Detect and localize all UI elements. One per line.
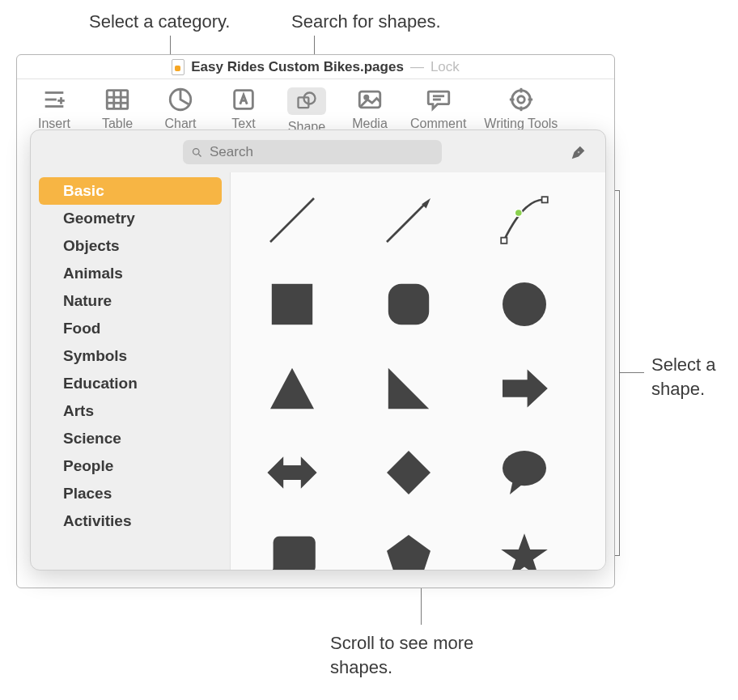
sidebar-item-nature[interactable]: Nature: [31, 287, 230, 315]
titlebar: Easy Rides Custom Bikes.pages — Lock: [17, 55, 614, 79]
writing-tools-icon: [507, 87, 535, 112]
writing-tools-button[interactable]: Writing Tools: [484, 87, 558, 131]
search-placeholder: Search: [210, 144, 253, 160]
shape-speech-bubble[interactable]: [492, 444, 557, 501]
media-icon: [356, 87, 384, 112]
sidebar-item-activities[interactable]: Activities: [31, 507, 230, 535]
shape-circle[interactable]: [492, 276, 557, 333]
shape-curve[interactable]: [492, 192, 557, 248]
svg-marker-44: [502, 533, 549, 570]
popover-header: Search: [31, 130, 605, 172]
comment-icon: [425, 87, 452, 112]
svg-rect-33: [272, 284, 312, 325]
svg-point-35: [503, 282, 546, 326]
svg-rect-5: [107, 91, 128, 109]
shape-icon: [287, 87, 326, 115]
svg-point-24: [193, 148, 200, 155]
lock-status: Lock: [430, 59, 460, 75]
insert-icon: [40, 87, 68, 112]
sidebar-item-arts[interactable]: Arts: [31, 397, 230, 425]
shape-diamond[interactable]: [376, 444, 441, 501]
svg-line-28: [387, 202, 426, 242]
sidebar-item-places[interactable]: Places: [31, 480, 230, 507]
svg-point-18: [512, 91, 531, 109]
svg-rect-31: [542, 197, 548, 202]
shape-grid: [231, 172, 605, 570]
callout-line: [620, 372, 644, 373]
media-button[interactable]: Media: [347, 87, 392, 131]
callout-search: Search for shapes.: [291, 10, 441, 34]
shape-arrow-line[interactable]: [376, 192, 441, 248]
svg-point-19: [518, 96, 525, 104]
sidebar-item-basic[interactable]: Basic: [39, 177, 222, 205]
shape-arrow-right[interactable]: [492, 360, 557, 417]
sidebar-item-animals[interactable]: Animals: [31, 260, 230, 287]
shape-callout-square[interactable]: [260, 528, 324, 570]
shape-right-triangle[interactable]: [376, 360, 441, 417]
document-title: Easy Rides Custom Bikes.pages: [191, 59, 404, 75]
shape-line[interactable]: [260, 192, 324, 248]
comment-button[interactable]: Comment: [410, 87, 466, 131]
shape-rounded-square[interactable]: [376, 276, 441, 333]
search-icon: [191, 146, 203, 159]
svg-line-25: [198, 154, 201, 156]
svg-line-27: [270, 198, 314, 242]
shape-grid-container[interactable]: [230, 172, 605, 570]
svg-marker-39: [267, 456, 316, 489]
table-icon: [104, 87, 131, 112]
sidebar-item-objects[interactable]: Objects: [31, 232, 230, 260]
sidebar-item-science[interactable]: Science: [31, 425, 230, 452]
sidebar-item-geometry[interactable]: Geometry: [31, 205, 230, 232]
shape-pentagon[interactable]: [376, 528, 441, 570]
sidebar-item-people[interactable]: People: [31, 452, 230, 480]
text-button[interactable]: Text: [221, 87, 266, 131]
shape-star[interactable]: [492, 528, 557, 570]
search-input[interactable]: Search: [183, 140, 442, 164]
svg-marker-43: [387, 535, 430, 570]
text-icon: [230, 87, 257, 112]
svg-marker-38: [503, 370, 548, 408]
shape-button[interactable]: Shape: [284, 87, 329, 134]
shape-square[interactable]: [260, 276, 324, 333]
svg-point-32: [515, 210, 523, 217]
svg-rect-34: [388, 284, 428, 325]
svg-marker-40: [387, 451, 430, 494]
svg-marker-37: [388, 368, 428, 409]
svg-marker-36: [270, 368, 314, 409]
svg-point-41: [503, 451, 546, 486]
chart-icon: [167, 87, 194, 112]
callout-category: Select a category.: [89, 10, 230, 34]
sidebar-item-education[interactable]: Education: [31, 370, 230, 397]
sidebar-item-food[interactable]: Food: [31, 315, 230, 342]
sidebar-item-symbols[interactable]: Symbols: [31, 342, 230, 370]
svg-point-26: [578, 151, 580, 154]
document-icon: [172, 59, 184, 75]
pen-tool-button[interactable]: [566, 142, 591, 163]
category-sidebar: BasicGeometryObjectsAnimalsNatureFoodSym…: [31, 172, 230, 570]
table-button[interactable]: Table: [95, 87, 140, 131]
svg-rect-30: [502, 238, 507, 244]
pen-icon: [570, 143, 587, 161]
insert-button[interactable]: Insert: [32, 87, 77, 131]
chart-button[interactable]: Chart: [158, 87, 203, 131]
callout-scroll: Scroll to see more shapes.: [330, 631, 492, 679]
shape-double-arrow[interactable]: [260, 444, 324, 501]
svg-marker-42: [510, 482, 524, 494]
callout-select-shape: Select a shape.: [651, 353, 738, 401]
shape-triangle[interactable]: [260, 360, 324, 417]
shape-popover: Search BasicGeometryObjectsAnimalsNature…: [30, 129, 606, 571]
